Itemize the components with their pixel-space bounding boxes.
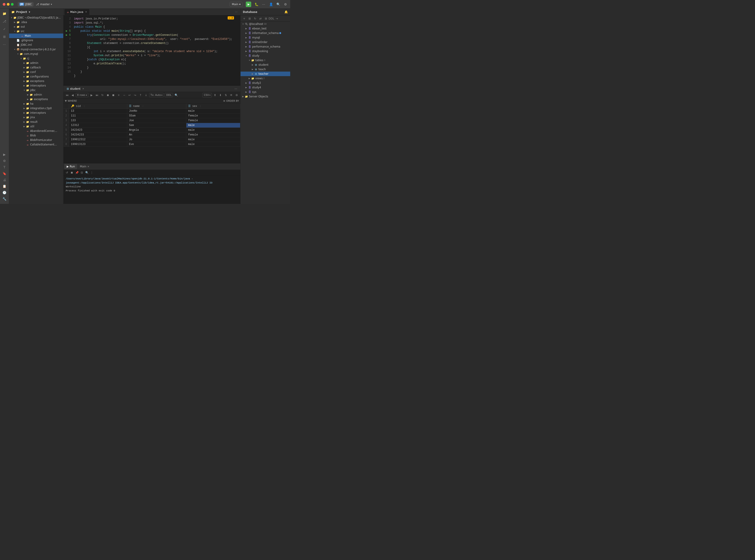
db-item-ebean[interactable]: ▶ 🗄 ebean_test bbox=[240, 26, 290, 31]
sidebar-item-com-mysql[interactable]: ▾ 📁 com.mysql bbox=[9, 52, 63, 56]
table-row[interactable]: 2 111 SSam female bbox=[63, 114, 240, 118]
sidebar-item-jdbc-root[interactable]: ▾ 📁 JDBC ~/Desktop/CS/JavaEE/1 Ja... bbox=[9, 15, 63, 20]
sidebar-item-conf[interactable]: ▶ 📁 conf bbox=[9, 70, 63, 74]
cell-sid[interactable]: 12312 bbox=[69, 123, 127, 128]
close-button[interactable] bbox=[3, 3, 5, 6]
notification-icon[interactable]: 🔔 bbox=[284, 10, 288, 14]
cell-sid[interactable]: 199013123 bbox=[69, 142, 127, 147]
cell-name[interactable]: An bbox=[127, 133, 186, 137]
cell-sex[interactable]: female bbox=[186, 118, 240, 123]
table-settings-button[interactable]: ⚙ bbox=[234, 93, 239, 97]
table-row[interactable]: 8 199013123 Eve male bbox=[63, 142, 240, 147]
cell-sid[interactable]: 133 bbox=[69, 118, 127, 123]
db-item-sys[interactable]: ▶ 🗄 sys bbox=[240, 90, 290, 94]
col-sex[interactable]: ☰ sex ⋮ bbox=[186, 104, 240, 109]
sidebar-item-cj[interactable]: ▾ 📁 cj bbox=[9, 56, 63, 61]
table-row[interactable]: 6 34234233 An female bbox=[63, 133, 240, 137]
sidebar-item-interceptors2[interactable]: ▶ 📁 interceptors bbox=[9, 111, 63, 115]
undo-button[interactable]: ↩ bbox=[128, 93, 132, 97]
tab-close-icon[interactable]: ✕ bbox=[85, 11, 87, 13]
cell-sid[interactable]: 13 bbox=[69, 109, 127, 114]
cell-name[interactable]: JoeNo bbox=[127, 109, 186, 114]
db-item-server-objects[interactable]: ▶ 📁 Server Objects bbox=[240, 94, 290, 99]
maximize-button[interactable] bbox=[11, 3, 14, 6]
fold-button[interactable]: ⊟ bbox=[80, 171, 84, 175]
more-actions-icon[interactable]: ⋯ bbox=[262, 2, 266, 6]
services-icon[interactable]: ⚙ bbox=[1, 158, 8, 164]
cell-sid[interactable]: 111 bbox=[69, 114, 127, 118]
terminal-icon[interactable]: T bbox=[1, 164, 8, 171]
table-row[interactable]: 5 3423423 Angela male bbox=[63, 128, 240, 133]
db-item-onlineorder[interactable]: ▶ 🗄 onlineOrder bbox=[240, 40, 290, 44]
ddl-view-button[interactable]: DDL bbox=[269, 16, 274, 21]
print-icon[interactable]: 🖨 bbox=[1, 177, 8, 183]
redo-button[interactable]: ↪ bbox=[133, 93, 137, 97]
last-page-button[interactable]: ⏭ bbox=[95, 93, 99, 97]
db-item-study2[interactable]: ▶ 🗄 study2 bbox=[240, 81, 290, 85]
tab-close-icon[interactable]: ✕ bbox=[87, 165, 89, 168]
more-tabs-icon[interactable]: ⋯ bbox=[233, 11, 239, 13]
table-row[interactable]: 3 133 Joe female bbox=[63, 118, 240, 123]
settings-icon[interactable]: ⚙ bbox=[284, 2, 288, 6]
sidebar-item-ha[interactable]: ▶ 📁 ha bbox=[9, 101, 63, 106]
sidebar-item-idea[interactable]: ▶ 📁 .idea bbox=[9, 20, 63, 24]
refresh-button[interactable]: ↻ bbox=[253, 16, 257, 21]
rows-dropdown[interactable]: 8 rows ▾ bbox=[76, 93, 89, 97]
folder-icon[interactable]: 📁 bbox=[1, 11, 8, 17]
db-item-study4[interactable]: ▶ 🗄 study4 bbox=[240, 85, 290, 90]
search-icon[interactable]: 🔍 bbox=[276, 2, 280, 6]
table-row[interactable]: 4 12312 Sam male bbox=[63, 123, 240, 128]
sort-icon[interactable]: ⋮ bbox=[142, 105, 144, 107]
run-config-selector[interactable]: Main ▾ bbox=[230, 2, 243, 7]
data-grid[interactable]: 🔑 sid ⋮ ☰ name ⋮ ☰ sex ⋮ bbox=[63, 104, 240, 163]
run-panel-icon[interactable]: ▶ bbox=[1, 151, 8, 158]
cell-sex[interactable]: male bbox=[186, 137, 240, 142]
cell-name[interactable]: Sam bbox=[127, 123, 186, 128]
sidebar-item-jmx[interactable]: ▶ 📁 jmx bbox=[9, 115, 63, 120]
cell-sex[interactable]: male bbox=[186, 109, 240, 114]
tab-student[interactable]: ⊞ student ✕ bbox=[64, 86, 86, 92]
cell-name[interactable]: SSam bbox=[127, 114, 186, 118]
sidebar-item-jdbc-iml[interactable]: 📋 JDBC.iml bbox=[9, 43, 63, 47]
cell-sex[interactable]: female bbox=[186, 133, 240, 137]
db-item-localhost[interactable]: ▾ 🔌 @localhost 10 bbox=[240, 22, 290, 26]
cell-sex[interactable]: female bbox=[186, 114, 240, 118]
db-item-staybooking[interactable]: ▶ 🗄 staybooking bbox=[240, 49, 290, 54]
debug-icon[interactable]: 🐛 bbox=[254, 2, 258, 6]
db-item-teacher-table[interactable]: ▶ ⊞ teacher bbox=[240, 72, 290, 76]
sidebar-item-result[interactable]: ▶ 📁 result bbox=[9, 120, 63, 124]
tab-main-java[interactable]: ☕ Main.java ✕ bbox=[64, 9, 89, 15]
cell-sid[interactable]: 3423423 bbox=[69, 128, 127, 133]
search-console-button[interactable]: 🔍 bbox=[85, 171, 89, 175]
sidebar-item-callable[interactable]: ☕ CallableStatement... bbox=[9, 142, 63, 147]
search-data-button[interactable]: 🔍 bbox=[174, 93, 178, 97]
pin-button[interactable]: 📌 bbox=[75, 171, 79, 175]
db-item-mysql[interactable]: ▶ 🗄 mysql bbox=[240, 35, 290, 40]
db-item-teach-table[interactable]: ▶ ⊞ teach bbox=[240, 67, 290, 72]
arrow-right-button[interactable]: → bbox=[275, 16, 279, 21]
csv-dropdown[interactable]: CSV ▾ bbox=[202, 93, 212, 97]
sidebar-item-mysql-connector[interactable]: ▾ 📦 mysql-connector-j-8.2.0.jar bbox=[9, 47, 63, 52]
sidebar-item-out[interactable]: ▶ 📁 out bbox=[9, 24, 63, 29]
sync-button[interactable]: ⇄ bbox=[258, 16, 263, 21]
sidebar-item-callback[interactable]: ▶ 📁 callback bbox=[9, 65, 63, 70]
ddl-button[interactable]: DDL bbox=[164, 93, 173, 97]
up-button[interactable]: ↑ bbox=[138, 93, 143, 97]
cell-name[interactable]: Joe bbox=[127, 118, 186, 123]
plugins-icon[interactable]: ⋯ bbox=[1, 41, 8, 47]
compare-button[interactable]: ⇅ bbox=[224, 93, 228, 97]
sidebar-item-integration[interactable]: ▶ 📁 integration.c3p0 bbox=[9, 106, 63, 111]
sidebar-item-util[interactable]: ▶ 📁 util bbox=[9, 124, 63, 129]
cell-name[interactable]: Angela bbox=[127, 128, 186, 133]
sidebar-item-jdbc[interactable]: ▾ 📁 jdbc bbox=[9, 88, 63, 93]
sidebar-item-main[interactable]: ☕ Main bbox=[9, 34, 63, 38]
sidebar-item-exceptions[interactable]: ▶ 📁 exceptions bbox=[9, 79, 63, 83]
cell-sex-selected[interactable]: male bbox=[186, 123, 240, 128]
col-sid[interactable]: 🔑 sid ⋮ bbox=[69, 104, 127, 109]
table-row[interactable]: 1 13 JoeNo male bbox=[63, 109, 240, 114]
tab-close-icon[interactable]: ✕ bbox=[82, 87, 84, 90]
tab-main-run[interactable]: Main ✕ bbox=[78, 164, 92, 169]
cell-name[interactable]: Eve bbox=[127, 142, 186, 147]
refresh-button[interactable]: ↻ bbox=[100, 93, 105, 97]
project-selector[interactable]: JD JDBC bbox=[18, 2, 34, 6]
